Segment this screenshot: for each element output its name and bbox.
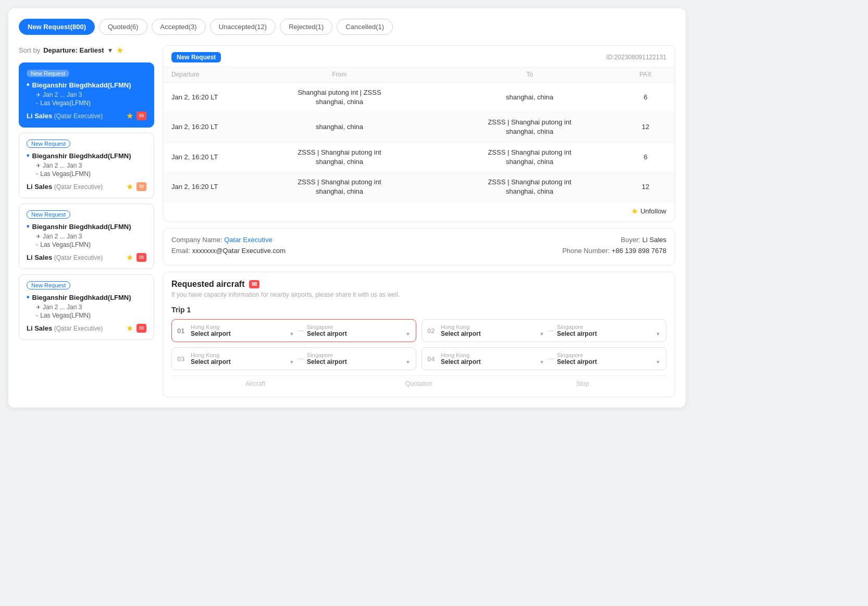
dot-icon-3: • bbox=[27, 222, 30, 231]
card-dest-1: ◦ Las Vegas(LFMN) bbox=[36, 99, 146, 107]
from-chevron-03: ▼ bbox=[289, 359, 294, 365]
airport-to-04[interactable]: Singapore Select airport ▼ bbox=[557, 352, 661, 365]
request-card-3[interactable]: New Request • Bieganshir Biegdhkadd(LFMN… bbox=[19, 204, 154, 269]
bottom-label-stop: Stop bbox=[501, 380, 664, 387]
airport-row-04[interactable]: 04 Hong Kong Select airport ▼ — bbox=[421, 347, 666, 370]
airport-to-select-04[interactable]: Select airport ▼ bbox=[557, 358, 661, 365]
right-content: New Request ID:202308091122131 Departure… bbox=[163, 45, 675, 397]
request-card-4[interactable]: New Request • Bieganshir Biegdhkadd(LFMN… bbox=[19, 274, 154, 340]
row1-pax: 6 bbox=[625, 93, 666, 102]
aircraft-icon: ✉ bbox=[249, 280, 259, 288]
tab-accepted[interactable]: Accepted(3) bbox=[152, 19, 206, 35]
card-dates-3: ✈ Jan 2 ... Jan 3 bbox=[36, 233, 146, 240]
card-star-2[interactable]: ★ bbox=[126, 182, 133, 192]
airport-from-select-03[interactable]: Select airport ▼ bbox=[191, 358, 294, 365]
trip-label: Trip 1 bbox=[171, 306, 666, 314]
aircraft-card: Requested aircraft ✉ If you have capacit… bbox=[163, 272, 675, 397]
airport-from-select-04[interactable]: Select airport ▼ bbox=[441, 358, 544, 365]
airport-to-03[interactable]: Singapore Select airport ▼ bbox=[307, 352, 411, 365]
table-header: Departure From To PAX bbox=[163, 67, 675, 83]
dest-dot-2: ◦ bbox=[36, 170, 38, 178]
card-star-4[interactable]: ★ bbox=[126, 323, 133, 333]
from-chevron-01: ▼ bbox=[289, 331, 294, 337]
row4-departure: Jan 2, 16:20 LT bbox=[171, 182, 244, 192]
card-msg-3[interactable]: ✉ bbox=[137, 253, 146, 262]
tab-rejected[interactable]: Rejected(1) bbox=[280, 19, 332, 35]
airport-num-03: 03 bbox=[177, 355, 188, 363]
airport-grid: 01 Hong Kong Select airport ▼ — bbox=[171, 319, 666, 370]
airport-to-city-01: Singapore bbox=[307, 324, 411, 330]
airport-from-02[interactable]: Hong Kong Select airport ▼ bbox=[441, 324, 544, 337]
card-buyer-4: Li Sales (Qatar Executive) bbox=[27, 324, 103, 332]
card-msg-2[interactable]: ✉ bbox=[137, 182, 146, 191]
airport-select-group-01: Hong Kong Select airport ▼ — Singapore bbox=[191, 324, 411, 337]
table-row: Jan 2, 16:20 LT ZSSS | Shanghai putong i… bbox=[163, 143, 675, 172]
phone-label: Phone Number: bbox=[562, 247, 610, 255]
airport-to-01[interactable]: Singapore Select airport ▼ bbox=[307, 324, 411, 337]
detail-header: New Request ID:202308091122131 bbox=[163, 46, 675, 67]
email-left: Email: xxxxxxx@Qatar Executive.com bbox=[171, 247, 286, 255]
airport-divider-02: — bbox=[547, 327, 555, 334]
col-departure: Departure bbox=[171, 70, 244, 79]
card-company-4: (Qatar Executive) bbox=[54, 325, 103, 332]
airport-from-select-02[interactable]: Select airport ▼ bbox=[441, 330, 544, 337]
request-card-2[interactable]: New Request • Bieganshir Biegdhkadd(LFMN… bbox=[19, 133, 154, 198]
card-dates-2: ✈ Jan 2 ... Jan 3 bbox=[36, 162, 146, 169]
airport-row-02[interactable]: 02 Hong Kong Select airport ▼ — bbox=[421, 319, 666, 342]
airport-from-select-01[interactable]: Select airport ▼ bbox=[191, 330, 294, 337]
airport-row-01[interactable]: 01 Hong Kong Select airport ▼ — bbox=[171, 319, 416, 342]
card-company-2: (Qatar Executive) bbox=[54, 183, 103, 191]
sidebar-star-icon[interactable]: ★ bbox=[116, 45, 123, 55]
bottom-labels: Aircraft Quotation Stop bbox=[171, 375, 666, 389]
airport-to-city-03: Singapore bbox=[307, 352, 411, 358]
tab-unaccepted[interactable]: Unaccepted(12) bbox=[210, 19, 276, 35]
dest-dot-4: ◦ bbox=[36, 312, 38, 319]
airport-divider-04: — bbox=[547, 355, 555, 362]
email-label: Email: bbox=[171, 247, 190, 255]
row3-to: ZSSS | Shanghai putong int shanghai, chi… bbox=[435, 148, 625, 167]
airport-select-group-04: Hong Kong Select airport ▼ — Singapore bbox=[441, 352, 661, 365]
card-msg-1[interactable]: ✉ bbox=[137, 111, 146, 120]
card-star-1[interactable]: ★ bbox=[126, 111, 133, 121]
col-to: To bbox=[435, 70, 625, 79]
airport-to-select-01[interactable]: Select airport ▼ bbox=[307, 330, 411, 337]
to-chevron-01: ▼ bbox=[405, 331, 411, 337]
buyer-label: Buyer: bbox=[621, 236, 641, 244]
sort-row: Sort by Departure: Earliest ▼ ★ bbox=[19, 45, 154, 55]
airport-from-04[interactable]: Hong Kong Select airport ▼ bbox=[441, 352, 544, 365]
card-msg-4[interactable]: ✉ bbox=[137, 324, 146, 333]
row4-to: ZSSS | Shanghai putong int shanghai, chi… bbox=[435, 178, 625, 196]
tab-cancelled[interactable]: Cancelled(1) bbox=[337, 19, 393, 35]
airport-to-select-03[interactable]: Select airport ▼ bbox=[307, 358, 411, 365]
airport-num-01: 01 bbox=[177, 327, 188, 335]
sort-arrow-icon[interactable]: ▼ bbox=[107, 47, 114, 54]
row1-departure: Jan 2, 16:20 LT bbox=[171, 93, 244, 102]
airport-from-01[interactable]: Hong Kong Select airport ▼ bbox=[191, 324, 294, 337]
airport-to-02[interactable]: Singapore Select airport ▼ bbox=[557, 324, 661, 337]
airport-select-group-03: Hong Kong Select airport ▼ — Singapore bbox=[191, 352, 411, 365]
airport-to-select-02[interactable]: Select airport ▼ bbox=[557, 330, 661, 337]
sort-value-label[interactable]: Departure: Earliest bbox=[43, 46, 104, 54]
aircraft-subtitle: If you have capacity information for nea… bbox=[171, 291, 666, 298]
company-value: Qatar Executive bbox=[224, 236, 272, 244]
airport-row-03[interactable]: 03 Hong Kong Select airport ▼ — bbox=[171, 347, 416, 370]
row1-from: Shanghai putong int | ZSSS shanghai, chi… bbox=[244, 88, 435, 107]
card-icons-3: ★ ✉ bbox=[126, 253, 146, 262]
airport-divider-01: — bbox=[296, 327, 305, 334]
aircraft-title: Requested aircraft ✉ bbox=[171, 280, 666, 289]
card-route-4: • Bieganshir Biegdhkadd(LFMN) bbox=[27, 293, 146, 302]
dest-dot-1: ◦ bbox=[36, 99, 38, 107]
tab-new-request[interactable]: New Request(800) bbox=[19, 19, 95, 35]
unfollow-button[interactable]: ★ Unfollow bbox=[631, 206, 666, 216]
detail-card: New Request ID:202308091122131 Departure… bbox=[163, 45, 675, 222]
request-card-1[interactable]: New Request • Bieganshir Biegdhkadd(LFMN… bbox=[19, 62, 154, 128]
request-id: ID:202308091122131 bbox=[606, 54, 666, 61]
card-footer-2: Li Sales (Qatar Executive) ★ ✉ bbox=[27, 182, 146, 192]
card-buyer-3: Li Sales (Qatar Executive) bbox=[27, 254, 103, 261]
tab-quoted[interactable]: Quoted(6) bbox=[99, 19, 147, 35]
row4-pax: 12 bbox=[625, 182, 666, 192]
row2-from: shanghai, china bbox=[244, 122, 435, 132]
airport-from-03[interactable]: Hong Kong Select airport ▼ bbox=[191, 352, 294, 365]
card-dates-1: ✈ Jan 2 ... Jan 3 bbox=[36, 91, 146, 98]
card-star-3[interactable]: ★ bbox=[126, 253, 133, 262]
